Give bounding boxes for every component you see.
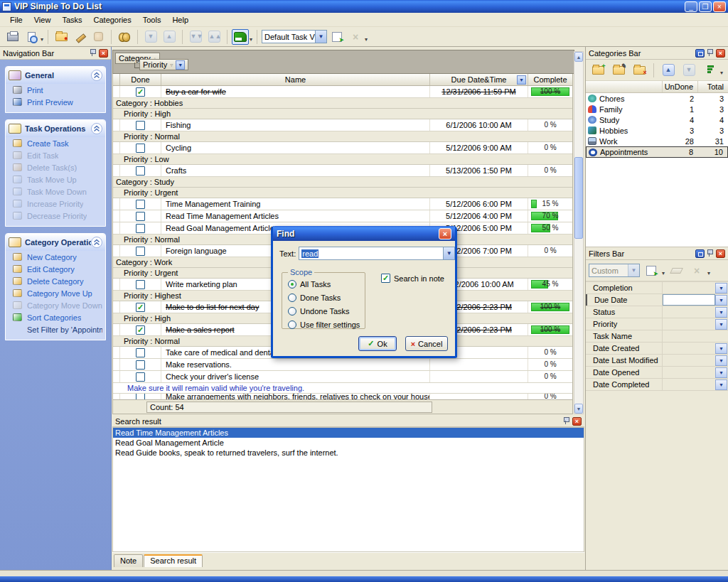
- delete-category-button[interactable]: ×: [630, 62, 648, 79]
- filter-row-due-date[interactable]: Due Date▼: [586, 294, 728, 306]
- category-group-row[interactable]: Category : Study: [113, 177, 572, 188]
- edit-task-button[interactable]: [71, 29, 88, 45]
- export-button[interactable]: [328, 29, 346, 45]
- nav-item-decrease-priority[interactable]: Decrease Priority: [6, 210, 105, 222]
- filter-value-cell[interactable]: [663, 282, 715, 293]
- column-header-done[interactable]: Done: [120, 74, 161, 85]
- scope-radio-undone-tasks[interactable]: Undone Tasks: [288, 307, 350, 316]
- priority-group-row[interactable]: Priority : Low: [113, 154, 572, 165]
- menu-item-tools[interactable]: Tools: [137, 14, 167, 26]
- toolbar-more-caret[interactable]: ▾: [365, 36, 368, 43]
- save-filter-caret[interactable]: ▾: [662, 270, 665, 276]
- search-result-item[interactable]: Read Goal Management Article: [113, 438, 584, 448]
- category-row-chores[interactable]: Chores23: [586, 93, 728, 104]
- minimize-button[interactable]: _: [685, 1, 697, 12]
- nav-item-print-preview[interactable]: Print Preview: [6, 96, 105, 108]
- find-button[interactable]: [116, 29, 133, 45]
- filter-value-cell[interactable]: [663, 355, 715, 366]
- filter-dropdown-arrow[interactable]: ▼: [715, 355, 727, 366]
- new-category-button[interactable]: +: [589, 62, 607, 79]
- nav-item-delete-task-s-[interactable]: Delete Task(s): [6, 161, 105, 173]
- collapse-chevron-icon[interactable]: [91, 237, 102, 248]
- filter-row-status[interactable]: Status▼: [586, 306, 728, 318]
- done-checkbox[interactable]: [136, 121, 145, 130]
- filter-value-cell[interactable]: [663, 294, 715, 306]
- pin-icon[interactable]: [707, 249, 713, 257]
- menu-item-view[interactable]: View: [28, 14, 57, 26]
- cancel-button[interactable]: × Cancel: [405, 336, 448, 351]
- task-move-top-button[interactable]: ▲▲: [205, 29, 223, 45]
- task-row[interactable]: Crafts5/13/2006 1:50 PM0 %: [113, 165, 572, 177]
- filter-dropdown-arrow[interactable]: ▼: [715, 343, 727, 354]
- sort-categories-button[interactable]: [700, 62, 719, 79]
- find-dialog-close-button[interactable]: ×: [439, 228, 451, 239]
- nav-item-increase-priority[interactable]: Increase Priority: [6, 198, 105, 210]
- delete-task-button[interactable]: [90, 29, 107, 45]
- tab-note[interactable]: Note: [114, 554, 143, 567]
- save-filter-button[interactable]: [642, 262, 660, 279]
- done-checkbox[interactable]: ✓: [136, 87, 145, 97]
- task-row[interactable]: Cycling5/12/2006 9:00 AM0 %: [113, 142, 572, 154]
- task-view-combo-arrow[interactable]: ▼: [315, 31, 326, 43]
- task-row[interactable]: Make reservations.0 %: [113, 359, 572, 371]
- column-header-undone[interactable]: UnDone: [663, 81, 698, 92]
- scroll-thumb[interactable]: [574, 157, 583, 239]
- find-text-input[interactable]: read ▼: [299, 247, 455, 260]
- filter-dropdown-arrow[interactable]: ▼: [715, 379, 727, 390]
- nav-group-header[interactable]: General: [6, 67, 105, 84]
- collapse-chevron-icon[interactable]: [91, 70, 102, 81]
- search-result-close-icon[interactable]: ×: [572, 417, 582, 426]
- priority-group-row[interactable]: Priority : Normal: [113, 131, 572, 142]
- task-move-bottom-button[interactable]: ▼▼: [187, 29, 204, 45]
- scroll-down-arrow[interactable]: ▼: [574, 404, 583, 414]
- close-button[interactable]: ×: [713, 1, 726, 12]
- done-checkbox[interactable]: [136, 224, 145, 233]
- filter-row-completion[interactable]: Completion▼: [586, 282, 728, 294]
- clear-filter-button[interactable]: [667, 262, 685, 279]
- search-result-item[interactable]: Read Time Management Articles: [113, 428, 584, 438]
- categories-more-caret[interactable]: ▾: [720, 70, 723, 76]
- category-move-up-button[interactable]: ▲: [659, 62, 678, 79]
- scroll-up-arrow[interactable]: ▲: [574, 52, 583, 62]
- categories-bar-close-icon[interactable]: ×: [716, 49, 725, 58]
- collapse-chevron-icon[interactable]: [91, 123, 102, 134]
- filter-dropdown-arrow[interactable]: ▼: [715, 295, 727, 306]
- done-checkbox[interactable]: [136, 372, 145, 382]
- menu-item-file[interactable]: File: [4, 14, 28, 26]
- done-checkbox[interactable]: [136, 144, 145, 153]
- pin-icon[interactable]: [90, 49, 96, 57]
- done-checkbox[interactable]: [136, 394, 145, 399]
- undock-icon[interactable]: [695, 49, 705, 58]
- nav-item-task-move-up[interactable]: Task Move Up: [6, 173, 105, 185]
- filter-row-date-created[interactable]: Date Created▼: [586, 343, 728, 355]
- filter-dropdown-arrow[interactable]: ▼: [715, 367, 727, 378]
- scope-radio-done-tasks[interactable]: Done Tasks: [288, 293, 341, 302]
- column-header-due[interactable]: Due Date&Time▼: [430, 74, 528, 85]
- search-result-item[interactable]: Read Guide books, speak to returned trav…: [113, 448, 584, 458]
- column-header-complete[interactable]: Complete: [528, 74, 572, 85]
- task-view-combo[interactable]: Default Task V ▼: [262, 30, 327, 43]
- navigation-bar-close-icon[interactable]: ×: [99, 49, 108, 58]
- nav-item-delete-category[interactable]: Delete Category: [6, 275, 105, 287]
- done-checkbox[interactable]: [136, 348, 145, 357]
- done-checkbox[interactable]: ✓: [136, 325, 145, 335]
- filter-row-task-name[interactable]: Task Name: [586, 330, 728, 343]
- notes-view-button[interactable]: [232, 29, 249, 45]
- done-checkbox[interactable]: [136, 200, 145, 209]
- nav-item-category-move-up[interactable]: Category Move Up: [6, 287, 105, 299]
- task-row[interactable]: ✓Buy a car for wife12/31/2006 11:59 PM10…: [113, 86, 572, 98]
- task-row[interactable]: Fishing6/1/2006 10:00 AM0 %: [113, 119, 572, 131]
- task-row[interactable]: Check your driver's license0 %: [113, 371, 572, 383]
- nav-item-edit-task[interactable]: Edit Task: [6, 149, 105, 161]
- filter-dropdown-arrow[interactable]: ▼: [715, 307, 727, 318]
- priority-filter-arrow[interactable]: ▼: [176, 60, 185, 70]
- scope-radio-use-filter-settings[interactable]: Use filter settings: [288, 320, 360, 329]
- done-checkbox[interactable]: [136, 360, 145, 370]
- tab-search-result[interactable]: Search result: [144, 554, 203, 567]
- task-move-up-button[interactable]: ▲: [161, 29, 178, 45]
- filter-value-cell[interactable]: [663, 318, 715, 330]
- category-row-study[interactable]: Study44: [586, 114, 728, 125]
- nav-item-sort-categories[interactable]: Sort Categories: [6, 311, 105, 323]
- nav-item-task-move-down[interactable]: Task Move Down: [6, 185, 105, 198]
- category-group-row[interactable]: Category : Hobbies: [113, 98, 572, 109]
